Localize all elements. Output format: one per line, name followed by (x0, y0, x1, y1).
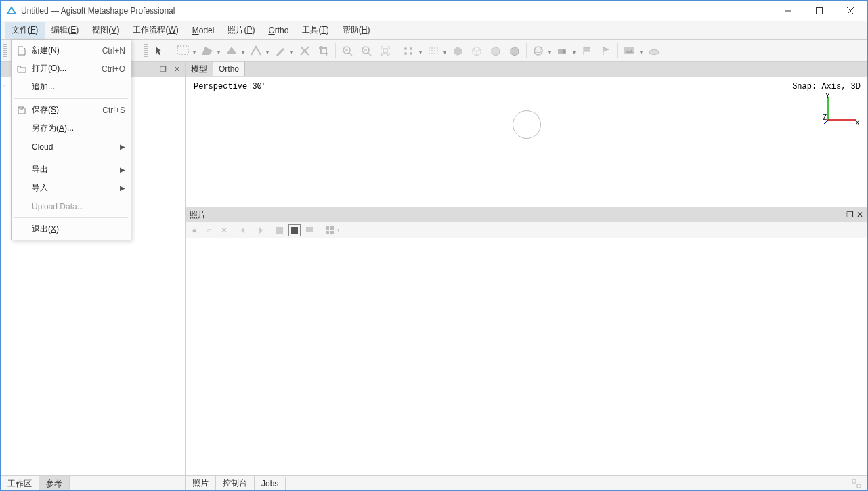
view-wire-button[interactable] (467, 41, 486, 60)
svg-line-12 (368, 53, 371, 56)
status-tab-reference[interactable]: 参考 (39, 476, 70, 490)
menu-item-saveas[interactable]: 另存为(A)... (12, 119, 131, 137)
menu-help[interactable]: 帮助(H) (336, 22, 377, 39)
trackball-icon (513, 110, 541, 139)
viewport-3d[interactable]: Perspective 30° Snap: Axis, 3D Y X Z (186, 77, 867, 207)
menu-bar: 文件(F) 编辑(E) 视图(V) 工作流程(W) Model 照片(P) Or… (1, 21, 867, 40)
photos-title: 照片 (190, 209, 206, 221)
menu-item-new[interactable]: 新建(N) Ctrl+N (12, 41, 131, 60)
menu-view[interactable]: 视图(V) (85, 22, 126, 39)
thumb-size-button[interactable]: ▾ (324, 224, 336, 236)
menu-tools[interactable]: 工具(T) (295, 22, 335, 39)
menu-edit[interactable]: 编辑(E) (45, 22, 85, 39)
svg-rect-48 (326, 226, 329, 230)
view-points-button[interactable]: ▾ (399, 41, 418, 60)
right-area: 模型 Ortho Perspective 30° Snap: Axis, 3D … (186, 62, 867, 475)
show-markers-button[interactable] (578, 41, 596, 60)
perspective-label: Perspective 30° (194, 82, 267, 91)
svg-point-27 (429, 53, 430, 54)
open-folder-icon (16, 64, 28, 74)
show-mask-button[interactable] (288, 224, 301, 236)
menu-item-import[interactable]: 导入 ▶ (12, 179, 131, 197)
svg-rect-4 (177, 46, 188, 54)
svg-point-31 (534, 47, 542, 55)
rotate-r-button[interactable] (253, 224, 265, 236)
view-solid-button[interactable] (448, 41, 467, 60)
app-icon (6, 5, 17, 16)
ruler-tool-button[interactable]: ▾ (246, 41, 265, 60)
menu-item-exit[interactable]: 退出(X) (12, 220, 131, 238)
menu-workflow[interactable]: 工作流程(W) (126, 22, 185, 39)
show-grid-button[interactable] (645, 41, 664, 60)
select-rect-button[interactable]: ▾ (173, 41, 192, 60)
zoom-out-button[interactable] (357, 41, 376, 60)
menu-ortho[interactable]: Ortho (261, 23, 295, 38)
menu-item-export[interactable]: 导出 ▶ (12, 161, 131, 179)
svg-rect-50 (326, 231, 329, 234)
photos-list[interactable] (186, 238, 867, 475)
reset-mask-button[interactable] (303, 224, 316, 236)
panel-close-button[interactable]: ✕ (856, 210, 863, 219)
svg-point-22 (437, 47, 438, 49)
photos-panel-header: 照片 ❐ ✕ (186, 207, 867, 222)
svg-text:Z: Z (823, 114, 827, 121)
close-button[interactable] (835, 1, 866, 21)
toolbar-grip[interactable] (3, 44, 7, 58)
panel-close-button[interactable]: ✕ (171, 64, 182, 74)
remove-button[interactable]: ✕ (218, 224, 230, 236)
menu-item-save[interactable]: 保存(S) Ctrl+S (12, 101, 131, 119)
menu-item-cloud[interactable]: Cloud ▶ (12, 137, 131, 156)
view-shaded-button[interactable] (486, 41, 505, 60)
minimize-button[interactable] (773, 1, 804, 21)
delete-sel-button[interactable] (295, 41, 314, 60)
svg-point-18 (410, 52, 412, 55)
fit-view-button[interactable] (376, 41, 395, 60)
menu-item-append[interactable]: 追加... (12, 78, 131, 96)
view-dense-button[interactable]: ▾ (424, 41, 443, 60)
menu-photo[interactable]: 照片(P) (221, 22, 261, 39)
draw-tool-button[interactable]: ▾ (271, 41, 290, 60)
status-tab-jobs[interactable]: Jobs (255, 477, 286, 490)
panel-float-button[interactable]: ❐ (846, 210, 854, 219)
region-tool-button[interactable]: ▾ (222, 41, 241, 60)
show-globe-button[interactable]: ▾ (529, 41, 548, 60)
window-controls (773, 1, 866, 21)
show-cameras-button[interactable]: ▾ (553, 41, 572, 60)
status-tab-photos[interactable]: 照片 (186, 475, 216, 491)
snap-label: Snap: Axis, 3D (792, 82, 861, 91)
svg-rect-47 (306, 227, 313, 232)
maximize-button[interactable] (804, 1, 835, 21)
photos-panel: 照片 ❐ ✕ ● ○ ✕ ▾ (186, 207, 867, 475)
tab-model[interactable]: 模型 (186, 62, 213, 77)
view-textured-button[interactable] (505, 41, 524, 60)
enable-button[interactable]: ● (188, 224, 200, 236)
crop-button[interactable] (314, 41, 333, 60)
svg-point-23 (429, 50, 430, 51)
svg-point-32 (534, 49, 542, 52)
disable-button[interactable]: ○ (203, 224, 215, 236)
pointer-tool-button[interactable] (150, 41, 169, 60)
status-tab-console[interactable]: 控制台 (216, 475, 255, 491)
svg-point-25 (434, 50, 435, 51)
menu-model[interactable]: Model (186, 23, 221, 38)
menu-file[interactable]: 文件(F) (5, 22, 45, 39)
panel-float-button[interactable]: ❐ (158, 64, 169, 74)
rotate-l-button[interactable] (238, 224, 251, 236)
svg-point-19 (429, 47, 430, 49)
show-flag-button[interactable] (596, 41, 615, 60)
svg-point-26 (437, 50, 438, 51)
show-images-button[interactable]: ▾ (620, 41, 639, 60)
file-menu-dropdown: 新建(N) Ctrl+N 打开(O)... Ctrl+O 追加... 保存(S)… (11, 39, 131, 240)
toolbar-grip[interactable] (144, 44, 148, 58)
svg-point-21 (434, 47, 435, 49)
svg-text:Y: Y (825, 93, 830, 100)
tab-ortho[interactable]: Ortho (213, 62, 245, 76)
menu-item-open[interactable]: 打开(O)... Ctrl+O (12, 60, 131, 78)
shape-tool-button[interactable]: ▾ (198, 41, 217, 60)
mask-button[interactable] (274, 224, 286, 236)
zoom-in-button[interactable] (338, 41, 357, 60)
status-tab-workspace[interactable]: 工作区 (1, 476, 39, 490)
svg-point-30 (437, 53, 438, 54)
svg-line-54 (856, 483, 857, 484)
new-file-icon (16, 45, 28, 56)
